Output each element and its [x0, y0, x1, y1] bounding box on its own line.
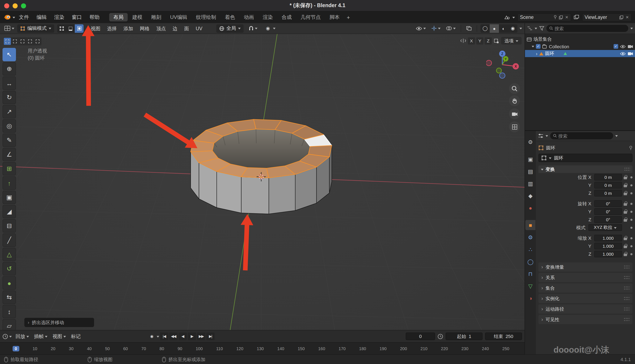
camera-view-button[interactable] [509, 108, 520, 119]
add-workspace-button[interactable]: + [344, 14, 353, 20]
frame-number[interactable]: 210 [420, 346, 427, 351]
properties-section[interactable]: › 可见性 [538, 315, 632, 324]
frame-number[interactable]: 130 [257, 346, 264, 351]
workspace-tab[interactable]: 合成 [278, 13, 296, 22]
play-button[interactable]: ▶ [188, 332, 196, 340]
animate-dot[interactable] [630, 176, 632, 178]
workspace-tab[interactable]: 布局 [109, 13, 128, 22]
workspace-tab[interactable]: 建模 [128, 13, 146, 22]
frame-number[interactable]: 80 [160, 346, 164, 351]
properties-search-input[interactable] [558, 133, 610, 138]
value-field[interactable]: 0 m [594, 174, 622, 180]
workspace-tab[interactable]: UV编辑 [166, 13, 191, 22]
jump-to-end-button[interactable]: ▶| [206, 332, 214, 340]
snap-toggle[interactable] [247, 25, 259, 32]
menubar-item[interactable]: 渲染 [50, 11, 68, 23]
tool-loop-cut[interactable]: ⊟ [2, 219, 16, 232]
tool-scale[interactable]: ↗ [2, 105, 16, 118]
navigation-gizmo[interactable]: Z X Y [486, 49, 520, 82]
properties-tab-constraints[interactable]: ⊓ [526, 269, 536, 279]
collection-exclude-checkbox[interactable]: ✓ [614, 44, 618, 49]
tool-smooth[interactable]: ● [2, 276, 16, 290]
properties-tab-physics[interactable]: ◯ [526, 256, 536, 266]
viewport-menu-item[interactable]: 网格 [136, 23, 153, 34]
properties-tab-output[interactable]: ▤ [526, 166, 536, 176]
menubar-item[interactable]: 编辑 [33, 11, 50, 23]
tool-poly-build[interactable]: △ [2, 248, 16, 261]
value-field[interactable]: 1.000 [594, 243, 622, 250]
chevron-down-icon[interactable] [512, 16, 515, 20]
chevron-down-icon[interactable] [157, 336, 159, 338]
menubar-item[interactable]: 窗口 [68, 11, 86, 23]
animate-dot[interactable] [630, 253, 632, 255]
proportional-edit-toggle[interactable]: ◉ [262, 25, 277, 32]
new-viewlayer-icon[interactable] [620, 15, 623, 19]
zoom-window-button[interactable] [21, 3, 26, 8]
frame-number[interactable]: 160 [318, 346, 325, 351]
workspace-tab[interactable]: 着色 [221, 13, 239, 22]
eye-icon[interactable] [620, 52, 626, 56]
edge-select-button[interactable] [66, 24, 75, 32]
lock-icon[interactable] [622, 202, 629, 206]
tool-knife[interactable]: ╱ [2, 234, 16, 247]
chevron-down-icon[interactable] [615, 135, 618, 138]
panel-grip-icon[interactable] [624, 167, 630, 171]
properties-section[interactable]: › 实例化 [538, 294, 632, 303]
frame-number[interactable]: 110 [216, 346, 223, 351]
filter-icon[interactable] [539, 26, 544, 31]
expand-object-icon[interactable]: › [536, 51, 537, 56]
gizmo-x-negative[interactable] [486, 60, 492, 66]
viewport-3d[interactable]: 用户透视 (0) 圆环 XYZ 选项 ↖⊕↔↻↗◎✎∠⊞↑▣◢⊟╱△↺●⇆↕▱⊥ [0, 34, 524, 330]
properties-tab-view-layer[interactable]: ▥ [526, 178, 536, 188]
tool-spin[interactable]: ↺ [2, 262, 16, 276]
properties-section[interactable]: › 运动路径 [538, 304, 632, 314]
tool-measure[interactable]: ∠ [2, 148, 16, 161]
outliner-editor-type-button[interactable] [527, 26, 532, 31]
lock-icon[interactable] [622, 218, 629, 222]
properties-search[interactable] [550, 132, 613, 140]
solid-shading-button[interactable]: ● [490, 24, 499, 32]
frame-start-field[interactable]: 起始1 [446, 332, 482, 340]
value-field[interactable]: 0 m [594, 190, 622, 196]
properties-section[interactable]: › 集合 [538, 284, 632, 293]
frame-number[interactable]: 30 [69, 346, 74, 351]
timeline-menu-item[interactable]: 回放 [13, 333, 32, 340]
timeline-menu-item[interactable]: 插帧 [32, 333, 50, 340]
properties-tab-scene[interactable]: ◆ [526, 190, 536, 201]
frame-number[interactable]: 10 [32, 346, 37, 351]
menubar-item[interactable]: 帮助 [86, 11, 103, 23]
timeline-menu-item[interactable]: 标记 [68, 333, 83, 340]
viewport-menu-item[interactable]: 视图 [87, 23, 104, 34]
animate-dot[interactable] [630, 192, 632, 194]
tool-move[interactable]: ↔ [2, 76, 16, 90]
properties-tab-object[interactable]: ■ [526, 220, 536, 230]
minimize-window-button[interactable] [12, 3, 18, 8]
pan-view-button[interactable] [509, 95, 520, 106]
lock-icon[interactable] [622, 244, 629, 248]
properties-editor-type-button[interactable] [538, 134, 544, 138]
play-reverse-button[interactable]: ◀ [178, 332, 187, 340]
outliner-search-input[interactable] [554, 26, 625, 31]
outliner-row-object[interactable]: › 圆环 [525, 50, 635, 57]
frame-number[interactable]: 20 [51, 346, 56, 351]
lock-icon[interactable] [622, 236, 629, 240]
face-select-button[interactable] [75, 24, 84, 32]
frame-number[interactable]: 170 [339, 346, 346, 351]
frame-number[interactable]: 50 [105, 346, 110, 351]
frame-number[interactable]: 40 [87, 346, 92, 351]
frame-number[interactable]: 100 [196, 346, 203, 351]
workspace-tab[interactable]: 脚本 [325, 13, 344, 22]
chevron-down-icon[interactable] [535, 28, 537, 31]
workspace-tab[interactable]: 渲染 [258, 13, 277, 22]
workspace-tab[interactable]: 雕刻 [147, 13, 166, 22]
animate-dot[interactable] [630, 184, 632, 186]
viewport-menu-item[interactable]: 面 [181, 23, 192, 34]
frame-number[interactable]: 230 [461, 346, 468, 351]
collection-checkbox[interactable]: ✓ [536, 44, 540, 49]
workspace-tab[interactable]: 动画 [240, 13, 258, 22]
zoom-view-button[interactable] [509, 83, 520, 94]
scene-selector[interactable]: Scene × [518, 13, 571, 21]
frame-number[interactable]: 0 [12, 346, 19, 351]
frame-number[interactable]: 90 [178, 346, 182, 351]
frame-number[interactable]: 70 [141, 346, 146, 351]
